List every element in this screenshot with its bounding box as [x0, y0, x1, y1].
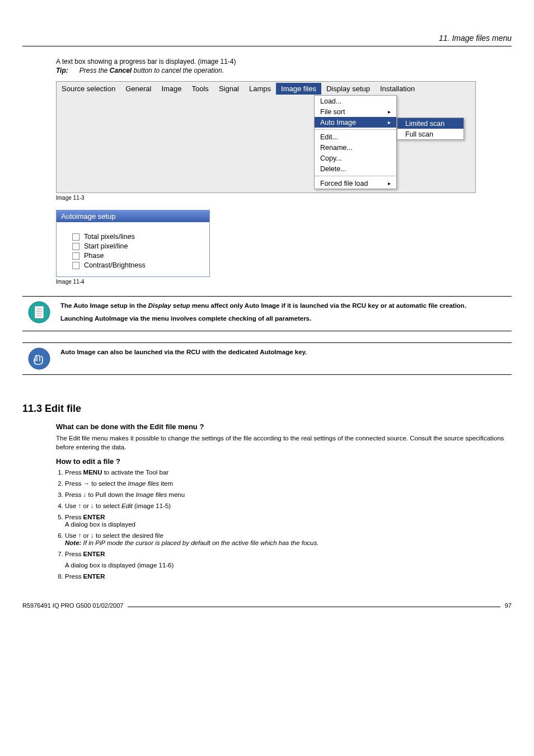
svg-point-6: [29, 348, 50, 369]
dialog-title: Autoimage setup: [57, 210, 209, 222]
menu-item-delete[interactable]: Delete...: [315, 163, 396, 174]
step-list: Press MENU to activate the Tool barPress…: [56, 469, 512, 580]
step-3: Press ↓ to Pull down the Image files men…: [65, 491, 512, 498]
step-2: Press → to select the Image files item: [65, 480, 512, 487]
autoimage-setup-dialog: Autoimage setup Total pixels/linesStart …: [56, 210, 210, 277]
info-callout-2: Auto Image can also be launched via the …: [22, 342, 512, 375]
submenu-item-limited-scan[interactable]: Limited scan: [397, 118, 463, 129]
menubar-item-tools[interactable]: Tools: [187, 83, 214, 95]
step-7: Press ENTERA dialog box is displayed (im…: [65, 551, 512, 569]
menubar-item-source-selection[interactable]: Source selection: [57, 83, 120, 95]
menubar[interactable]: Source selectionGeneralImageToolsSignalL…: [57, 82, 475, 95]
step-note: Note: If in PiP mode the cursor is place…: [65, 539, 512, 546]
header-divider: [22, 46, 512, 46]
checkbox-row-phase[interactable]: Phase: [72, 252, 203, 260]
step-6: Use ↑ or ↓ to select the desired fileNot…: [65, 532, 512, 546]
hand-pointer-icon: [28, 348, 50, 370]
menubar-item-image[interactable]: Image: [156, 83, 186, 95]
menu-item-auto-image[interactable]: Auto Image: [315, 117, 396, 128]
menu-item-edit[interactable]: Edit...: [315, 132, 396, 142]
svg-rect-1: [35, 306, 44, 318]
menu-separator: [315, 176, 396, 176]
image-caption-1: Image 11-3: [56, 195, 512, 201]
menu-separator: [315, 129, 396, 130]
checkbox-row-contrast-brightness[interactable]: Contrast/Brightness: [72, 261, 203, 269]
checkbox-icon[interactable]: [72, 243, 79, 250]
tip-text: Press the Cancel button to cancel the op…: [79, 67, 224, 74]
checkbox-icon[interactable]: [72, 262, 79, 269]
image-files-dropdown[interactable]: Load...File sortAuto ImageEdit...Rename.…: [314, 95, 397, 189]
footer-page-number: 97: [505, 602, 512, 609]
menu-item-copy[interactable]: Copy...: [315, 153, 396, 163]
menu-item-forced-file-load[interactable]: Forced file load: [315, 178, 396, 189]
page-section-header: 11. Image files menu: [22, 34, 512, 46]
step-subline: A dialog box is displayed: [65, 521, 512, 528]
step-1: Press MENU to activate the Tool bar: [65, 469, 512, 476]
checkbox-label: Start pixel/line: [84, 242, 128, 250]
info-callout-1: The Auto Image setup in the Display setu…: [22, 296, 512, 331]
checkbox-label: Contrast/Brightness: [84, 261, 146, 269]
footer-line: [128, 607, 500, 607]
screenshot-menu: Source selectionGeneralImageToolsSignalL…: [56, 81, 476, 193]
menu-item-load[interactable]: Load...: [315, 96, 396, 106]
footer-left: R5976491 IQ PRO G500 01/02/2007: [22, 602, 123, 609]
step-subline: A dialog box is displayed (image 11-6): [65, 562, 512, 569]
paragraph: The Edit file menu makes it possible to …: [56, 434, 512, 452]
menubar-item-display-setup[interactable]: Display setup: [321, 83, 375, 95]
checkbox-icon[interactable]: [72, 252, 79, 260]
step-4: Use ↑ or ↓ to select Edit (image 11-5): [65, 503, 512, 509]
subheading-1: What can be done with the Edit file menu…: [56, 422, 512, 431]
menubar-item-general[interactable]: General: [120, 83, 156, 95]
checkbox-icon[interactable]: [72, 233, 79, 241]
checkbox-label: Phase: [84, 252, 104, 260]
step-5: Press ENTERA dialog box is displayed: [65, 514, 512, 528]
submenu-item-full-scan[interactable]: Full scan: [397, 129, 463, 139]
section-heading: 11.3 Edit file: [22, 403, 512, 415]
checkbox-row-total-pixels-lines[interactable]: Total pixels/lines: [72, 233, 203, 241]
intro-line: A text box showing a progress bar is dis…: [56, 58, 512, 65]
page-footer: R5976491 IQ PRO G500 01/02/2007 97: [22, 602, 512, 609]
menubar-item-signal[interactable]: Signal: [214, 83, 244, 95]
image-caption-2: Image 11-4: [56, 279, 512, 285]
step-8: Press ENTER: [65, 573, 512, 580]
subheading-2: How to edit a file ?: [56, 457, 512, 466]
checkbox-label: Total pixels/lines: [84, 233, 135, 241]
menu-item-rename[interactable]: Rename...: [315, 142, 396, 153]
checkbox-row-start-pixel-line[interactable]: Start pixel/line: [72, 242, 203, 250]
menubar-item-lamps[interactable]: Lamps: [244, 83, 276, 95]
auto-image-submenu[interactable]: Limited scanFull scan: [397, 118, 464, 140]
tip-line: Tip: Press the Cancel button to cancel t…: [56, 67, 512, 74]
tip-label: Tip:: [56, 67, 68, 74]
menubar-item-image-files[interactable]: Image files: [276, 83, 321, 95]
document-icon: [28, 301, 50, 323]
menubar-item-installation[interactable]: Installation: [375, 83, 420, 95]
menu-item-file-sort[interactable]: File sort: [315, 106, 396, 117]
